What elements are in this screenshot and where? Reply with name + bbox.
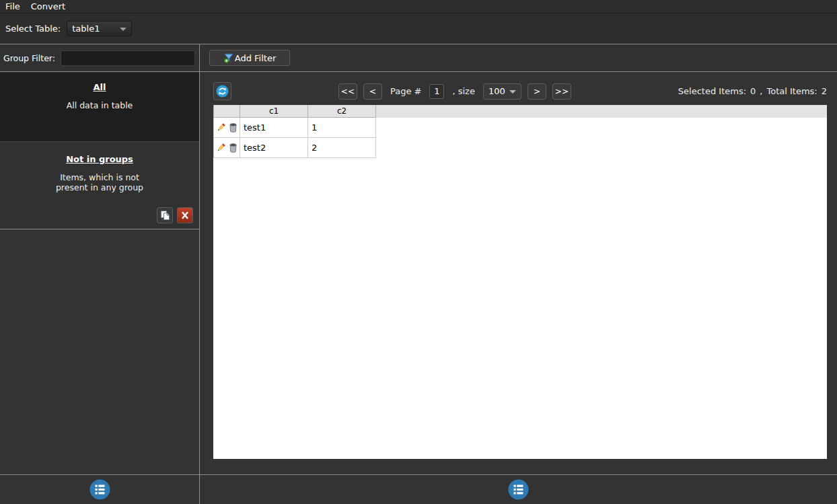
group-notin-title[interactable]: Not in groups <box>0 154 199 164</box>
add-filter-label: Add Filter <box>235 53 277 63</box>
chevron-down-icon <box>509 90 516 94</box>
total-items-label: Total Items: <box>766 86 817 96</box>
footer-left-cell <box>0 475 200 504</box>
first-page-button[interactable]: << <box>338 83 357 100</box>
prev-page-button[interactable]: < <box>363 83 382 100</box>
selected-items-count: 0 <box>750 86 756 96</box>
group-item-all[interactable]: All All data in table <box>0 72 199 142</box>
table-select-dropdown[interactable]: table1 <box>67 21 132 36</box>
pencil-icon <box>216 143 226 153</box>
copy-group-button[interactable] <box>157 207 173 223</box>
refresh-button[interactable] <box>213 82 231 100</box>
cell-c1[interactable]: test1 <box>240 118 308 138</box>
page-number-label: Page # <box>390 86 422 96</box>
table-row: test1 1 <box>213 118 827 138</box>
row-actions-cell <box>213 118 240 138</box>
main-area: << < Page # , size 100 > >> Selected Ite… <box>200 72 837 474</box>
group-notin-description: Items, which is not present in any group <box>0 172 199 192</box>
table-row: test2 2 <box>213 138 827 158</box>
add-filter-button[interactable]: Add Filter <box>209 50 290 66</box>
pencil-icon <box>216 122 226 133</box>
page-number-input[interactable] <box>429 84 444 99</box>
cell-c2[interactable]: 2 <box>308 138 376 158</box>
summary-separator: , <box>760 86 762 96</box>
delete-row-button[interactable] <box>229 143 238 153</box>
grid-header-c2[interactable]: c2 <box>308 105 376 118</box>
edit-row-button[interactable] <box>216 143 226 153</box>
menu-bar: File Convert <box>0 0 837 13</box>
trash-icon <box>229 143 238 153</box>
grid-menu-icon[interactable] <box>508 479 529 500</box>
group-all-description: All data in table <box>0 100 199 110</box>
grid-header-actions <box>213 105 240 118</box>
edit-row-button[interactable] <box>216 122 226 133</box>
grid-header-row: c1 c2 <box>213 105 827 118</box>
grid-toolbar: << < Page # , size 100 > >> Selected Ite… <box>200 72 837 105</box>
page-size-value: 100 <box>488 86 505 96</box>
refresh-icon <box>216 85 229 98</box>
group-filter-input[interactable] <box>61 50 195 66</box>
row-actions-cell <box>213 138 240 158</box>
group-filter-area: Group Filter: <box>0 44 200 71</box>
filter-toolbar: Group Filter: Add Filter <box>0 44 837 72</box>
data-grid-panel: c1 c2 <box>213 105 827 459</box>
pagination-controls: << < Page # , size 100 > >> <box>338 83 571 100</box>
next-page-button[interactable]: > <box>527 83 546 100</box>
selected-items-label: Selected Items: <box>678 86 746 96</box>
add-filter-area: Add Filter <box>200 44 837 71</box>
last-page-button[interactable]: >> <box>552 83 571 100</box>
selection-summary: Selected Items: 0 , Total Items: 2 <box>678 86 827 96</box>
select-table-label: Select Table: <box>5 24 61 34</box>
table-select-value: table1 <box>72 24 100 34</box>
groups-menu-icon[interactable] <box>89 479 110 500</box>
grid-header-c1[interactable]: c1 <box>240 105 308 118</box>
footer-bar <box>0 474 837 504</box>
group-all-title[interactable]: All <box>0 82 199 92</box>
chevron-down-icon <box>120 28 126 31</box>
page-size-dropdown[interactable]: 100 <box>483 83 521 100</box>
delete-group-button[interactable] <box>177 207 193 223</box>
filter-funnel-icon <box>223 52 234 63</box>
group-item-not-in-groups[interactable]: Not in groups Items, which is not presen… <box>0 142 199 229</box>
groups-sidebar: All All data in table Not in groups Item… <box>0 72 200 474</box>
cell-c2[interactable]: 1 <box>308 118 376 138</box>
delete-x-icon <box>180 210 190 221</box>
group-action-icons <box>157 207 193 223</box>
menu-file[interactable]: File <box>5 1 20 11</box>
cell-c1[interactable]: test2 <box>240 138 308 158</box>
total-items-count: 2 <box>822 86 827 96</box>
table-selector-bar: Select Table: table1 <box>0 13 837 44</box>
footer-right-cell <box>200 475 837 504</box>
app-window: File Convert Select Table: table1 Group … <box>0 0 837 504</box>
delete-row-button[interactable] <box>229 122 238 133</box>
group-filter-label: Group Filter: <box>3 53 55 63</box>
menu-convert[interactable]: Convert <box>31 1 65 11</box>
page-size-label: , size <box>452 86 474 96</box>
trash-icon <box>229 122 238 133</box>
copy-icon <box>159 210 170 221</box>
content-area: All All data in table Not in groups Item… <box>0 72 837 474</box>
